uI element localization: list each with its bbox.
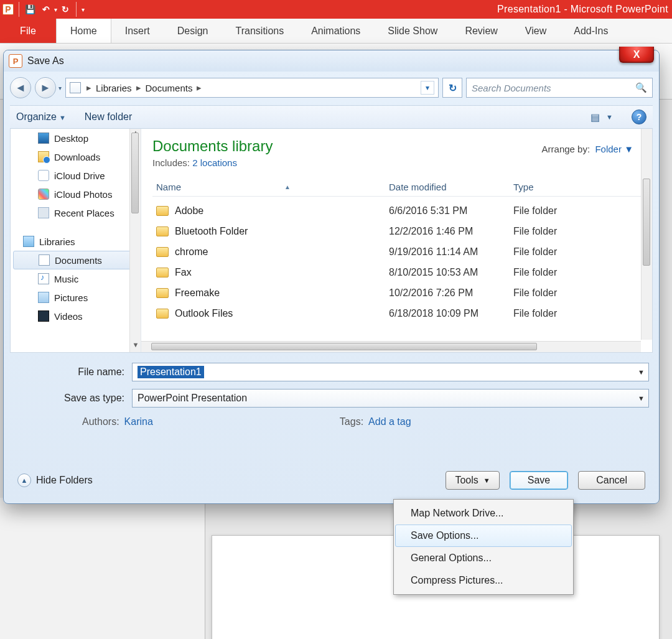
sort-indicator-icon: ▲ [284, 184, 291, 190]
filename-input[interactable]: Presentation1 ▼ [132, 363, 649, 381]
powerpoint-icon: P [9, 54, 22, 68]
breadcrumb-1[interactable]: Libraries [93, 83, 134, 93]
nav-item-label: Recent Places [54, 208, 114, 218]
nav-item[interactable]: Desktop [11, 129, 141, 147]
chevron-down-icon[interactable]: ▼ [638, 368, 645, 376]
tab-design[interactable]: Design [164, 19, 222, 43]
list-vscrollbar[interactable] [641, 129, 652, 340]
col-type[interactable]: Type [513, 182, 641, 192]
nav-item-label: Pictures [54, 292, 88, 303]
nav-item-icon [39, 254, 50, 266]
col-name[interactable]: Name [156, 182, 181, 192]
nav-item-label: Downloads [54, 152, 100, 162]
save-button[interactable]: Save [510, 471, 568, 490]
nav-item[interactable]: Videos [11, 307, 141, 325]
tab-file[interactable]: File [0, 19, 56, 43]
tools-menu: Map Network Drive...Save Options...Gener… [393, 499, 574, 595]
menu-item[interactable]: Map Network Drive... [395, 502, 572, 525]
tab-animations[interactable]: Animations [297, 19, 374, 43]
savetype-label: Save as type: [14, 393, 132, 404]
menu-item[interactable]: General Options... [395, 547, 572, 569]
tab-transitions[interactable]: Transitions [222, 19, 298, 43]
nav-libraries[interactable]: Libraries [11, 232, 141, 251]
file-list-pane: Documents library Includes: 2 locations … [141, 129, 652, 352]
tools-button[interactable]: Tools▼ [446, 471, 499, 490]
quick-access-toolbar: P 💾 ↶ ▾ ↻ ▾ Presentation1 - Microsoft Po… [0, 0, 672, 19]
tab-view[interactable]: View [511, 19, 560, 43]
forward-button[interactable]: ► [35, 77, 56, 98]
table-row[interactable]: Freemake10/2/2016 7:26 PMFile folder [152, 282, 641, 303]
dialog-titlebar[interactable]: P Save As [4, 50, 659, 72]
nav-item-icon [38, 189, 49, 200]
app-icon: P [2, 4, 14, 15]
back-button[interactable]: ◄ [10, 77, 31, 98]
search-icon[interactable]: 🔍 [635, 82, 647, 93]
organize-button[interactable]: Organize▼ [16, 111, 66, 123]
file-date: 12/2/2016 1:46 PM [389, 226, 513, 237]
savetype-select[interactable]: PowerPoint Presentation ▼ [132, 389, 649, 408]
new-folder-button[interactable]: New folder [85, 111, 132, 123]
table-row[interactable]: Adobe6/6/2016 5:31 PMFile folder [152, 200, 641, 221]
dialog-title: Save As [27, 55, 64, 67]
nav-item[interactable]: Downloads [11, 147, 141, 166]
close-button[interactable]: X [619, 47, 654, 63]
nav-item[interactable]: iCloud Photos [11, 185, 141, 203]
list-hscrollbar[interactable] [141, 341, 641, 352]
nav-item-label: Music [54, 274, 78, 284]
menu-item[interactable]: Save Options... [395, 525, 572, 547]
file-date: 6/6/2016 5:31 PM [389, 205, 513, 217]
help-button[interactable]: ? [632, 110, 646, 124]
nav-item-icon [38, 170, 49, 181]
table-row[interactable]: chrome9/19/2016 11:14 AMFile folder [152, 241, 641, 262]
menu-item[interactable]: Compress Pictures... [395, 569, 572, 592]
nav-item-label: Documents [55, 255, 102, 266]
table-row[interactable]: Fax8/10/2015 10:53 AMFile folder [152, 262, 641, 282]
tab-home[interactable]: Home [56, 19, 111, 43]
breadcrumb-2[interactable]: Documents [143, 83, 195, 93]
dialog-toolbar: Organize▼ New folder ▤▼ ? [10, 105, 653, 129]
tags-value[interactable]: Add a tag [368, 416, 411, 427]
authors-label: Authors: [82, 416, 119, 427]
search-input[interactable]: Search Documents 🔍 [466, 78, 653, 98]
table-row[interactable]: Bluetooth Folder12/2/2016 1:46 PMFile fo… [152, 221, 641, 241]
file-name: Outlook Files [175, 308, 233, 319]
arrange-by-label: Arrange by: [542, 144, 590, 154]
savetype-value: PowerPoint Presentation [138, 393, 247, 404]
file-type: File folder [513, 308, 641, 319]
hide-folders-button[interactable]: ▲ Hide Folders [17, 473, 93, 487]
tab-review[interactable]: Review [451, 19, 511, 43]
recent-locations-icon[interactable]: ▾ [421, 81, 434, 95]
hide-folders-label: Hide Folders [36, 475, 93, 486]
tab-addins[interactable]: Add-Ins [560, 19, 622, 43]
nav-item-icon [38, 207, 49, 218]
nav-scrollbar[interactable]: ▲▼ [129, 129, 141, 352]
cancel-button[interactable]: Cancel [578, 471, 645, 490]
breadcrumb-bar[interactable]: ▸ Libraries ▸ Documents ▸ ▾ [65, 78, 439, 98]
tab-insert[interactable]: Insert [111, 19, 164, 43]
col-date[interactable]: Date modified [389, 182, 513, 192]
folder-icon [156, 226, 169, 236]
redo-icon[interactable]: ↻ [60, 4, 71, 15]
nav-item[interactable]: Recent Places [11, 203, 141, 222]
nav-item[interactable]: iCloud Drive [11, 166, 141, 185]
authors-value[interactable]: Karina [124, 416, 153, 427]
history-dropdown-icon[interactable]: ▾ [58, 85, 62, 91]
refresh-button[interactable]: ↻ [442, 78, 462, 98]
nav-item[interactable]: Pictures [11, 288, 141, 307]
table-row[interactable]: Outlook Files6/18/2018 10:09 PMFile fold… [152, 303, 641, 324]
arrange-by-value[interactable]: Folder ▼ [595, 144, 633, 154]
nav-item[interactable]: Documents [13, 251, 138, 269]
undo-icon[interactable]: ↶ [40, 4, 52, 15]
save-icon[interactable]: 💾 [24, 4, 35, 15]
file-date: 8/10/2015 10:53 AM [389, 267, 513, 278]
file-name: Fax [175, 267, 192, 278]
nav-item[interactable]: Music [11, 269, 141, 288]
change-view-button[interactable]: ▤▼ [590, 111, 613, 123]
column-headers[interactable]: Name▲ Date modified Type [152, 182, 641, 197]
view-icon: ▤ [590, 111, 600, 123]
chevron-down-icon[interactable]: ▼ [638, 394, 645, 402]
includes-link[interactable]: 2 locations [192, 157, 237, 168]
file-type: File folder [513, 287, 641, 299]
file-name: Adobe [175, 205, 203, 217]
tab-slideshow[interactable]: Slide Show [374, 19, 451, 43]
